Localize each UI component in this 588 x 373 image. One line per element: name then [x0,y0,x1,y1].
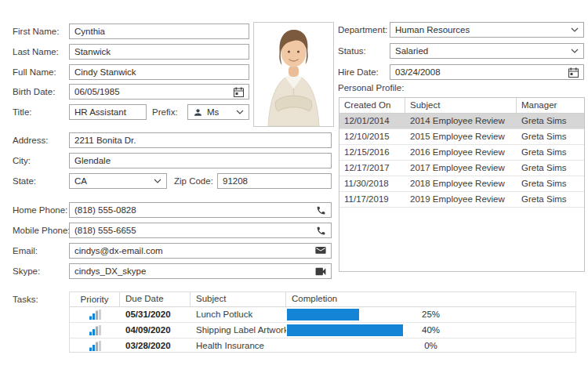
home-phone-field[interactable]: (818) 555-0828 [69,202,332,218]
first-name-label: First Name: [13,24,59,39]
profile-col-created-on[interactable]: Created On [339,98,405,113]
address-value: 2211 Bonita Dr. [74,136,136,145]
priority-bars-icon [70,323,120,338]
home-phone-value: (818) 555-0828 [74,205,136,215]
profile-cell-created-on: 12/10/2015 [339,129,405,144]
profile-row[interactable]: 12/01/2014 2014 Employee Review Greta Si… [339,114,584,129]
calendar-icon[interactable] [565,67,579,78]
department-combobox[interactable]: Human Resources [390,22,584,38]
chevron-down-icon [233,110,244,114]
profile-cell-created-on: 11/17/2019 [339,192,405,207]
completion-percent: 25% [286,307,575,322]
profile-cell-manager: Greta Sims [517,129,584,144]
completion-percent: 0% [286,339,575,353]
prefix-combobox[interactable]: Ms [187,104,249,120]
prefix-label: Prefix: [152,104,178,120]
full-name-label: Full Name: [13,64,56,80]
chevron-down-icon [568,49,579,53]
address-label: Address: [13,132,48,148]
hire-date-field[interactable]: 03/24/2008 [390,64,584,80]
calendar-icon[interactable] [230,87,244,97]
last-name-value: Stanwick [74,47,111,56]
profile-row[interactable]: 12/10/2015 2015 Employee Review Greta Si… [339,129,584,145]
priority-bars-icon [70,307,120,322]
tasks-header-row: Priority Due Date Subject Completion [70,292,575,307]
task-row[interactable]: 05/31/2020 Lunch Potluck 25% [70,307,575,323]
profile-col-manager[interactable]: Manager [517,98,584,113]
profile-cell-subject: 2018 Employee Review [405,176,517,191]
task-due-date: 04/09/2020 [120,323,191,338]
profile-cell-manager: Greta Sims [517,145,584,160]
title-value: HR Assistant [74,107,126,117]
status-combobox[interactable]: Salaried [390,43,584,59]
task-due-date: 03/28/2020 [120,339,191,353]
birth-date-label: Birth Date: [13,84,55,100]
profile-row[interactable]: 11/30/2018 2018 Employee Review Greta Si… [339,176,584,192]
full-name-field[interactable]: Cindy Stanwick [69,64,249,80]
skype-value: cindys_DX_skype [74,266,146,276]
mail-icon[interactable] [312,247,326,255]
profile-cell-created-on: 11/30/2018 [339,176,405,191]
tasks-col-subject[interactable]: Subject [191,292,286,306]
last-name-field[interactable]: Stanwick [69,44,249,60]
first-name-field[interactable]: Cynthia [69,24,249,39]
email-value: cindys@dx-email.com [74,246,163,255]
phone-icon[interactable] [313,205,326,215]
city-value: Glendale [74,156,111,165]
profile-cell-manager: Greta Sims [517,114,584,129]
profile-cell-subject: 2017 Employee Review [405,161,517,176]
phone-icon[interactable] [313,226,326,236]
profile-cell-created-on: 12/01/2014 [339,114,405,129]
state-combobox[interactable]: CA [69,173,167,189]
tasks-label: Tasks: [13,292,38,307]
title-field[interactable]: HR Assistant [69,104,147,120]
mobile-phone-value: (818) 555-6655 [74,226,136,235]
skype-field[interactable]: cindys_DX_skype [69,263,332,279]
department-value: Human Resources [395,25,470,34]
tasks-col-due-date[interactable]: Due Date [120,292,191,306]
zip-code-field[interactable]: 91208 [217,173,332,189]
profile-col-subject[interactable]: Subject [405,98,517,113]
task-completion-cell: 0% [286,339,575,353]
completion-percent: 40% [286,323,575,338]
person-icon [193,107,203,118]
employee-photo [253,22,334,127]
birth-date-field[interactable]: 06/05/1985 [69,84,249,100]
priority-bars-icon [70,339,120,353]
tasks-col-completion[interactable]: Completion [286,292,575,306]
profile-row[interactable]: 11/17/2019 2019 Employee Review Greta Si… [339,192,584,208]
personal-profile-grid: Created On Subject Manager 12/01/2014 20… [339,97,585,272]
status-value: Salaried [395,46,428,56]
profile-row[interactable]: 12/15/2016 2016 Employee Review Greta Si… [339,145,584,161]
profile-cell-subject: 2015 Employee Review [405,129,517,144]
email-field[interactable]: cindys@dx-email.com [69,243,332,259]
employee-photo-graphic [254,23,333,126]
task-completion-cell: 40% [286,323,575,338]
profile-row[interactable]: 12/17/2017 2017 Employee Review Greta Si… [339,161,584,176]
profile-cell-subject: 2019 Employee Review [405,192,517,207]
mobile-phone-field[interactable]: (818) 555-6655 [69,223,332,238]
profile-cell-subject: 2016 Employee Review [405,145,517,160]
city-field[interactable]: Glendale [69,153,332,168]
status-label: Status: [338,43,366,59]
first-name-value: Cynthia [74,27,105,36]
home-phone-label: Home Phone: [13,202,67,218]
task-subject: Shipping Label Artwork [191,323,286,338]
prefix-value: Ms [207,107,219,117]
skype-label: Skype: [13,263,40,279]
tasks-col-priority[interactable]: Priority [70,292,120,306]
chevron-down-icon [568,27,579,32]
task-subject: Health Insurance [191,339,286,353]
profile-cell-manager: Greta Sims [517,161,584,176]
profile-cell-created-on: 12/17/2017 [339,161,405,176]
task-row[interactable]: 03/28/2020 Health Insurance 0% [70,339,575,353]
zip-code-value: 91208 [223,176,248,186]
full-name-value: Cindy Stanwick [74,67,136,77]
chevron-down-icon [151,179,162,183]
address-field[interactable]: 2211 Bonita Dr. [69,132,332,148]
profile-cell-created-on: 12/15/2016 [339,145,405,160]
task-row[interactable]: 04/09/2020 Shipping Label Artwork 40% [70,323,575,339]
state-label: State: [13,173,36,189]
videocam-icon[interactable] [312,267,326,276]
title-label: Title: [13,104,32,120]
